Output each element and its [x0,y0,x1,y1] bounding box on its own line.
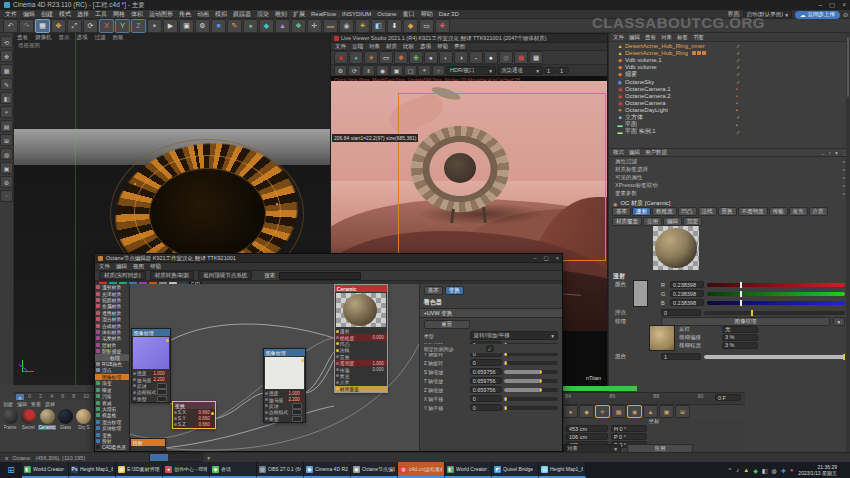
lv-render-icon[interactable]: ■ [334,51,348,64]
side-tool-icon[interactable]: ⚙ [0,176,13,188]
render-region-rect[interactable] [398,93,606,261]
lock-checkbox[interactable]: ✓ [486,345,494,352]
object-visibility-mark[interactable]: ✓ [736,129,741,135]
toolbar-icon[interactable]: ⌖ [147,19,162,33]
om-menu-item[interactable]: 文件 [613,34,624,41]
side-tool-icon[interactable]: ◦ [0,190,13,202]
menu-item[interactable]: 扩展 [293,10,305,19]
material-tab[interactable]: 编辑 [663,217,682,226]
am-quick-row[interactable]: 要素参数● [609,189,850,197]
texture-thumbnail[interactable] [649,325,675,351]
image-texture-node-1[interactable]: 图像纹理 强度 1.000 伽马值 2.200 反转 [131,328,171,403]
lv-ratio-field-2[interactable]: 1 [557,67,569,74]
object-row[interactable]: ◆ Vdb volume.1 ✓ [609,56,850,63]
material-tab[interactable]: 发光 [789,207,808,216]
om-menu-item[interactable]: 对象 [661,34,672,41]
transform-prop-slider[interactable] [504,361,558,365]
toolbar-icon[interactable]: ● [243,19,258,33]
tray-icon[interactable]: ● [790,467,794,473]
transform-prop-slider[interactable] [504,370,558,374]
taskbar-item[interactable]: ◍ c4d.cn|远程素材库... [398,462,445,478]
keyframe-icon[interactable]: ▣ [659,405,674,418]
keyframe-icon[interactable]: ▦ [611,405,626,418]
chevron-down-icon[interactable]: ▾ [207,455,210,461]
taskbar-item[interactable]: ◆ 会话 [210,462,257,478]
object-row[interactable]: ◆ Vdb volume ✓ [609,64,850,71]
object-row[interactable]: ▣ OctaneCamera ▪ [609,100,850,107]
keyframe-icon[interactable]: ◉ [627,405,642,418]
menu-item[interactable]: 角色 [179,10,191,19]
layout-select[interactable]: 启动(默认界面) ▾ [743,10,792,19]
object-name[interactable]: OctaneCamera [625,100,666,106]
object-visibility-mark[interactable]: ✓ [736,71,741,77]
taskbar-item[interactable]: ◧ World Creator -... [22,462,69,478]
lv-render-icon[interactable]: ● [484,51,498,64]
transform-node[interactable]: 变换 S.X 0.660 S.Y 0.660 S.Z 0.660 [172,401,216,429]
object-row[interactable]: ◆ 烟雾 ✓ [609,71,850,78]
object-name[interactable]: OctaneCamera.2 [625,93,671,99]
position-field[interactable]: 106 cm [566,433,608,440]
material-tab[interactable]: 漫射 [632,207,651,216]
start-button[interactable]: ⊞ [0,462,22,478]
lv-menu-item[interactable]: 对象 [369,43,380,50]
om-menu-item[interactable]: 编辑 [629,34,640,41]
side-tool-icon[interactable]: ✎ [0,78,13,90]
material-tab[interactable]: 介质 [809,207,828,216]
toolbar-icon[interactable]: ✎ [227,19,242,33]
g-slider[interactable] [707,292,845,296]
object-name[interactable]: DesertAcme_Hub_Ring_inner [625,43,705,49]
g-value-field[interactable]: 0.238398 [670,290,704,297]
toolbar-icon[interactable]: ▶ [163,19,178,33]
object-row[interactable]: ▲ DesertAcme_Hub_Ring_inner ✓ [609,42,850,49]
toolbar-icon[interactable]: ◉ [339,19,354,33]
object-name[interactable]: 平面 实例.1 [625,127,656,136]
minimize-button[interactable]: – [534,255,537,261]
material-tab[interactable]: 指定 [683,217,702,226]
menu-item[interactable]: 窗口 [403,10,415,19]
transform-prop-slider[interactable] [504,397,558,401]
menu-item[interactable]: RealFlow [311,11,336,17]
menu-item[interactable]: 工具 [95,10,107,19]
side-tool-icon[interactable]: ◧ [0,92,13,104]
am-header-icon[interactable]: ← [821,150,826,156]
ne-menu-item[interactable]: 编辑 [116,263,127,270]
lv-render-icon[interactable]: ◐ [439,51,453,64]
object-name[interactable]: OctaneSky [625,79,654,85]
am-header-item[interactable]: 用户数据 [645,149,667,156]
transform-prop-slider[interactable] [504,379,558,383]
tray-icon[interactable]: ◆ [753,467,758,474]
material-tab[interactable]: 置换 [718,207,737,216]
material-item[interactable]: Dry S [76,409,92,430]
viewport-menu-item[interactable]: 选项 [77,34,88,41]
menu-item[interactable]: 跟踪器 [233,10,251,19]
transform-prop-field[interactable]: 0 [470,359,502,366]
toolbar-icon[interactable]: ▣ [179,19,194,33]
om-menu-item[interactable]: 查看 [645,34,656,41]
lv-menu-item[interactable]: 材质 [386,43,397,50]
toolbar-icon[interactable]: ✚ [435,19,450,33]
lv-tool-icon[interactable]: ‖ [362,65,375,76]
reset-button[interactable]: 重置 [424,320,470,329]
object-row[interactable]: ▣ OctaneCamera.2 ▪ [609,92,850,99]
transform-prop-field[interactable]: 0.659756 [470,368,502,375]
lv-tool-icon[interactable]: ○ [432,65,445,76]
toolbar-icon[interactable]: ▭ [419,19,434,33]
transform-prop-field[interactable]: 0 [470,395,502,402]
lv-passes-select[interactable]: 渲染通道 ▾ [497,66,543,75]
material-item[interactable]: Frame [2,409,18,430]
ne-toolbar-button[interactable]: 返回顶级节点系统 [198,271,252,280]
taskbar-item[interactable]: ◉ Octane节点编辑器... [351,462,398,478]
material-tab[interactable]: 法线 [698,207,717,216]
node-type-item[interactable]: C4D着色器 [95,444,129,450]
keyframe-icon[interactable]: ● [563,405,578,418]
menu-item[interactable]: 雕刻 [275,10,287,19]
cloud-sync-button[interactable]: ☁ 云同步上传 [795,11,840,19]
ne-menu-item[interactable]: 视图 [133,263,144,270]
color-swatch[interactable] [633,280,648,307]
object-row[interactable]: ◉ OctaneSky ✓ [609,78,850,85]
menu-item[interactable]: INSYDIUM [342,11,371,17]
menu-item[interactable]: 文件 [5,10,17,19]
float-slider[interactable] [704,311,845,315]
toolbar-icon[interactable]: ↷ [19,19,34,33]
material-tab[interactable]: 公用 [643,217,662,226]
